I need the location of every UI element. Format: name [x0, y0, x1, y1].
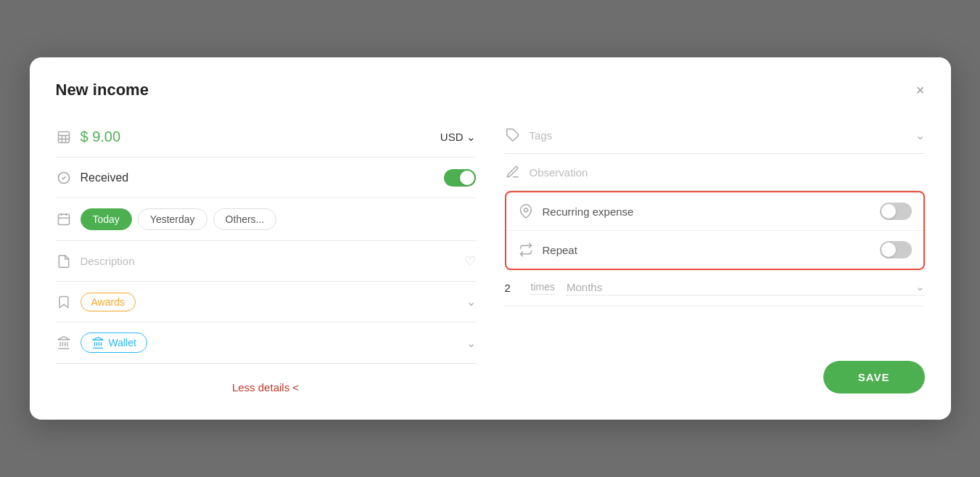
- wallet-row: Wallet ⌄: [56, 322, 476, 364]
- modal-body: $ 9.00 USD ⌄ Received: [56, 117, 925, 394]
- yesterday-button[interactable]: Yesterday: [138, 208, 207, 230]
- svg-marker-15: [57, 337, 70, 340]
- modal-title: New income: [56, 81, 149, 99]
- received-toggle[interactable]: [444, 169, 476, 187]
- repeat-label: Repeat: [543, 244, 871, 256]
- left-column: $ 9.00 USD ⌄ Received: [56, 117, 476, 394]
- description-row: Description ♡: [56, 241, 476, 282]
- modal-header: New income ×: [56, 81, 925, 99]
- wallet-chevron: ⌄: [466, 336, 476, 350]
- tags-row: Tags ⌄: [505, 117, 925, 154]
- others-button[interactable]: Others...: [213, 208, 277, 230]
- description-input[interactable]: Description: [81, 255, 456, 267]
- awards-chip[interactable]: Awards: [81, 293, 136, 311]
- received-label: Received: [81, 171, 435, 184]
- today-button[interactable]: Today: [81, 208, 132, 230]
- repeat-toggle[interactable]: [880, 241, 912, 258]
- repeat-period-selector[interactable]: Months ⌄: [567, 280, 925, 295]
- date-buttons: Today Yesterday Others...: [81, 208, 476, 230]
- save-button[interactable]: SAVE: [823, 361, 925, 394]
- svg-rect-0: [58, 131, 69, 142]
- right-column: Tags ⌄ Observation: [505, 117, 925, 394]
- currency-chevron: ⌄: [466, 131, 476, 144]
- repeat-times-label: times: [531, 281, 555, 295]
- wallet-label: Wallet: [109, 337, 136, 348]
- observation-row: Observation: [505, 154, 925, 191]
- svg-marker-21: [92, 338, 103, 341]
- less-details-button[interactable]: Less details <: [56, 381, 476, 394]
- currency-label: USD: [440, 131, 464, 143]
- svg-rect-6: [58, 214, 69, 224]
- bank-icon: [56, 335, 72, 351]
- amount-value[interactable]: $ 9.00: [81, 129, 432, 145]
- repeat-number[interactable]: 2: [505, 282, 519, 294]
- modal-container: New income × $ 9.00 USD: [30, 57, 951, 420]
- heart-icon: ♡: [464, 253, 476, 269]
- pencil-icon: [505, 164, 521, 180]
- check-icon: [56, 170, 72, 186]
- recurring-toggle-knob: [881, 204, 896, 219]
- category-chevron: ⌄: [466, 295, 476, 309]
- pin-icon: [518, 203, 534, 219]
- received-row: Received: [56, 158, 476, 198]
- tag-icon: [505, 127, 521, 143]
- recurring-label: Recurring expense: [543, 205, 871, 218]
- bookmark-icon: [56, 294, 72, 310]
- toggle-knob: [460, 171, 474, 185]
- calculator-icon: [56, 129, 72, 145]
- document-icon: [56, 253, 72, 269]
- recurring-box: Recurring expense Re: [505, 191, 925, 270]
- repeat-options-row: 2 times Months ⌄: [505, 270, 925, 306]
- amount-row: $ 9.00 USD ⌄: [56, 117, 476, 158]
- recurring-toggle[interactable]: [880, 203, 912, 220]
- wallet-chip[interactable]: Wallet: [81, 333, 147, 353]
- recurring-expense-row: Recurring expense: [506, 192, 923, 230]
- currency-selector[interactable]: USD ⌄: [440, 131, 476, 144]
- category-row: Awards ⌄: [56, 282, 476, 322]
- repeat-toggle-knob: [881, 242, 896, 257]
- repeat-period-label: Months: [567, 281, 602, 293]
- svg-point-23: [524, 208, 527, 212]
- observation-input[interactable]: Observation: [530, 166, 925, 179]
- tags-chevron: ⌄: [915, 129, 925, 142]
- tags-input[interactable]: Tags: [530, 129, 907, 142]
- calendar-icon: [56, 211, 72, 227]
- repeat-icon: [518, 242, 534, 258]
- close-button[interactable]: ×: [916, 83, 925, 97]
- repeat-row: Repeat: [506, 230, 923, 269]
- period-chevron: ⌄: [915, 280, 925, 293]
- date-row: Today Yesterday Others...: [56, 198, 476, 241]
